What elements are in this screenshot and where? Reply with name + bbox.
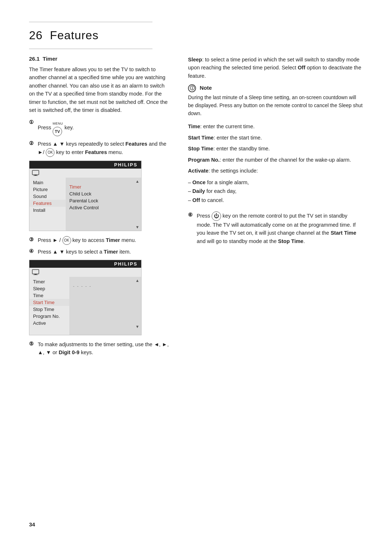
section-heading: 26.1 Timer — [29, 56, 171, 62]
menu-right-parentallock: Parental Lock — [66, 197, 141, 204]
step-4-num: ④ — [29, 248, 36, 254]
step-6: ⑥ Press ⏻ key on the remote control to p… — [188, 211, 363, 245]
activate-block: Activate: the settings include: Once for… — [188, 167, 363, 205]
menu2-blank — [29, 327, 69, 333]
activate-off: Off to cancel. — [188, 196, 363, 205]
step-3-num: ③ — [29, 236, 36, 242]
philips-menu-body-2: Timer Sleep Time Start Time Stop Time Pr… — [29, 277, 141, 335]
menu-item-sound: Sound — [29, 193, 66, 200]
time-label: Time: enter the current time. — [188, 122, 363, 130]
activate-label: Activate: the settings include: — [188, 167, 363, 175]
philips-brand-2: PHILIPS — [114, 261, 138, 267]
step-3: ③ Press ► / OK key to access Timer menu. — [29, 236, 171, 245]
menu2-starttime: Start Time — [29, 299, 69, 306]
ok-key-2: OK — [62, 236, 71, 245]
start-time-label: Start Time: enter the start time. — [188, 134, 363, 142]
note-block: ⓘ Note During the last minute of a Sleep… — [188, 84, 363, 117]
two-col-layout: 26.1 Timer The Timer feature allows you … — [29, 56, 363, 360]
menu2-time: Time — [29, 292, 69, 299]
page: 26 Features 26.1 Timer The Timer feature… — [0, 0, 392, 542]
svg-rect-5 — [33, 275, 38, 275]
step-4: ④ Press ▲ ▼ keys to select a Timer item. — [29, 248, 171, 256]
activate-once: Once for a single alarm, — [188, 178, 363, 187]
intro-text: The Timer feature allows you to set the … — [29, 65, 171, 114]
menu-item-features: Features — [29, 200, 66, 207]
menu2-right-col: ▲ - - - - - ▼ — [69, 277, 141, 335]
step-5-content: To make adjustments to the timer setting… — [38, 340, 171, 357]
note-heading: Note — [200, 85, 212, 91]
philips-brand-1: PHILIPS — [114, 162, 138, 167]
right-column: Sleep: to select a time period in which … — [188, 56, 363, 360]
philips-header-1: PHILIPS — [29, 161, 141, 169]
page-number: 34 — [29, 521, 35, 527]
power-key: ⏻ — [212, 211, 221, 221]
step-1-press-text: Press — [38, 125, 51, 130]
note-header: ⓘ Note — [188, 84, 363, 92]
section-title: Timer — [43, 56, 58, 62]
menu-item-picture: Picture — [29, 186, 66, 193]
menu2-dots: - - - - - — [69, 283, 141, 290]
left-column: 26.1 Timer The Timer feature allows you … — [29, 56, 171, 360]
step-6-content: Press ⏻ key on the remote control to put… — [197, 211, 363, 245]
tv-icon-1 — [32, 170, 40, 176]
menu-right-blank2 — [66, 218, 141, 225]
menu2-stoptime: Stop Time — [29, 306, 69, 313]
philips-right-col-1: ▲ Timer Child Lock Parental Lock Active … — [66, 178, 141, 231]
menu-item-blank1 — [29, 214, 66, 221]
step-2-content: Press ▲ ▼ keys repeatedly to select Feat… — [38, 140, 171, 157]
tv-icon-2 — [32, 269, 40, 275]
step-5-num: ⑤ — [29, 341, 36, 347]
tv-key-badge: TV — [53, 127, 62, 136]
menu-item-install: Install — [29, 207, 66, 214]
step-4-content: Press ▲ ▼ keys to select a Timer item. — [38, 248, 131, 256]
menu-key-wrapper: MENU TV — [53, 119, 63, 136]
top-rule — [29, 22, 152, 22]
svg-rect-0 — [32, 170, 39, 175]
section-rule — [29, 49, 152, 49]
chapter-title: 26 Features — [29, 29, 363, 42]
step-1-num: ① — [29, 119, 36, 125]
step-2: ② Press ▲ ▼ keys repeatedly to select Fe… — [29, 140, 171, 157]
chapter-number: 26 — [29, 29, 43, 42]
menu2-sleep: Sleep — [29, 285, 69, 292]
ok-key-1: OK — [46, 148, 54, 157]
activate-list: Once for a single alarm, Daily for each … — [188, 178, 363, 205]
philips-menu-body-1: Main Picture Sound Features Install ▲ Ti… — [29, 178, 141, 231]
menu2-timer: Timer — [29, 278, 69, 285]
svg-rect-3 — [32, 270, 39, 274]
menu2-active: Active — [29, 320, 69, 327]
section-number: 26.1 — [29, 56, 40, 62]
philips-menu-2: PHILIPS Timer Sleep Time Start Time — [29, 260, 142, 335]
philips-header-2: PHILIPS — [29, 260, 141, 268]
philips-menu-1: PHILIPS Main Picture Sound Features — [29, 161, 142, 231]
step-1-after: key. — [65, 125, 74, 130]
menu-right-timer: Timer — [66, 183, 141, 190]
program-no-label: Program No.: enter the number of the cha… — [188, 156, 363, 164]
note-icon: ⓘ — [188, 84, 196, 92]
svg-rect-1 — [34, 175, 37, 175]
sleep-para: Sleep: to select a time period in which … — [188, 56, 363, 80]
menu-item-main: Main — [29, 179, 66, 186]
step-2-num: ② — [29, 140, 36, 146]
svg-rect-2 — [33, 175, 38, 176]
menu-right-activecontrol: Active Control — [66, 204, 141, 211]
menu2-left-col: Timer Sleep Time Start Time Stop Time Pr… — [29, 277, 69, 335]
step-1: ① Press MENU TV key. — [29, 119, 171, 137]
philips-left-col-1: Main Picture Sound Features Install — [29, 178, 66, 231]
menu-right-blank1 — [66, 211, 141, 218]
svg-rect-4 — [34, 274, 37, 275]
activate-daily: Daily for each day, — [188, 187, 363, 196]
stop-time-label: Stop Time: enter the standby time. — [188, 145, 363, 153]
menu-right-childlock: Child Lock — [66, 190, 141, 197]
menu-item-blank2 — [29, 221, 66, 227]
chapter-title-text: Features — [50, 29, 98, 42]
step-3-content: Press ► / OK key to access Timer menu. — [38, 236, 136, 245]
step-6-num: ⑥ — [188, 212, 195, 218]
step-5: ⑤ To make adjustments to the timer setti… — [29, 340, 171, 357]
step-1-content: Press MENU TV key. — [38, 119, 74, 137]
menu2-programno: Program No. — [29, 313, 69, 320]
menu-label: MENU — [53, 122, 63, 125]
note-text: During the last minute of a Sleep time s… — [188, 94, 363, 117]
